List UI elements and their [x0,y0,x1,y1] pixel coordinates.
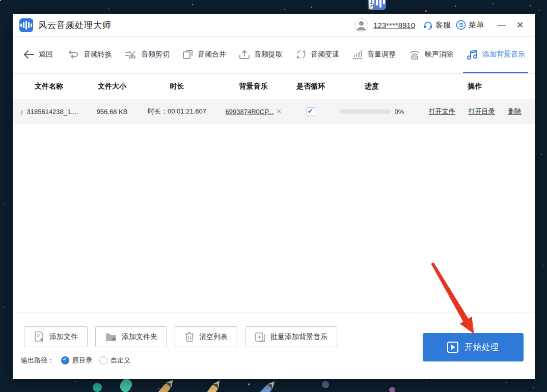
extract-icon [239,49,250,60]
radio-custom-directory[interactable]: 自定义 [99,356,130,365]
tab-label: 音频变速 [311,50,339,59]
wallpaper-pencil [191,384,218,392]
table-row: ♪ 3185614238_1.... 956.68 KB 时长：00:01:21… [13,99,535,124]
speed-icon [295,49,307,60]
file-duration: 时长：00:01:21.607 [140,107,214,116]
col-header-duration: 时长 [140,82,214,91]
radio-original-directory[interactable]: 原目录 [61,356,92,365]
desktop-shortcut-icon[interactable]: ↗ [368,0,386,10]
tab-label: 音频合并 [198,50,226,59]
add-file-icon [34,331,45,343]
wallpaper-pencil [242,384,272,392]
col-header-loop: 是否循环 [293,82,329,91]
loop-checkbox[interactable] [307,107,315,116]
close-button[interactable]: ✕ [513,20,527,31]
tab-label: 添加背景音乐 [482,50,525,59]
batch-add-bgm-button[interactable]: 批量添加背景音乐 [245,326,337,347]
col-header-filesize: 文件大小 [84,82,140,91]
tab-label: 噪声消除 [425,50,453,59]
add-file-button[interactable]: 添加文件 [24,326,88,347]
customer-service-button[interactable]: 客服 [423,20,451,30]
file-name: 3185614238_1.... [27,108,78,116]
app-title: 风云音频处理大师 [38,19,112,31]
progress-bar [340,109,391,114]
wallpaper-pencil [142,383,171,392]
music-icon [466,49,478,60]
menu-label: 菜单 [469,20,484,30]
convert-icon [67,49,79,60]
table-header: 文件名称 文件大小 时长 背景音乐 是否循环 进度 操作 [13,74,535,99]
clear-list-label: 清空列表 [199,332,228,342]
col-header-progress: 进度 [329,82,415,91]
add-square-icon [255,331,266,343]
account-number[interactable]: 123****8910 [373,21,415,30]
tab-audio-convert[interactable]: 音频转换 [64,37,115,73]
menu-button[interactable]: 菜单 [456,20,484,30]
start-processing-label: 开始处理 [464,342,499,353]
toolbar: 返回 音频转换 音频剪切 音频合并 [13,37,535,74]
audio-file-icon: ♪ [20,107,24,116]
tab-label: 音频转换 [84,50,112,59]
file-size: 956.68 KB [84,108,140,116]
bgm-file-link[interactable]: 6993874R0CP... [226,108,274,116]
play-icon [447,342,458,353]
starfield-decoration [0,0,1,1]
col-header-actions: 操作 [415,82,535,91]
back-button[interactable]: 返回 [20,37,56,73]
wallpaper-decoration [93,383,102,392]
menu-icon [456,20,466,30]
wallpaper-decoration [118,377,134,392]
shortcut-arrow-badge: ↗ [368,4,374,9]
radio-unchecked-icon [99,356,107,365]
tab-noise-removal[interactable]: 噪声消除 [405,37,456,73]
app-logo-icon [19,18,33,32]
back-label: 返回 [39,50,53,59]
col-header-filename: 文件名称 [13,82,84,91]
headset-icon [423,20,433,30]
tab-label: 音量调整 [367,50,396,59]
trash-icon [184,331,195,343]
add-file-label: 添加文件 [49,332,78,342]
bgm-remove-icon[interactable]: × [277,107,281,116]
output-path-label: 输出路径： [21,356,54,365]
radio-original-label: 原目录 [72,356,92,365]
tab-audio-merge[interactable]: 音频合并 [179,37,229,73]
open-directory-link[interactable]: 打开目录 [469,107,495,116]
open-file-link[interactable]: 打开文件 [429,107,455,116]
volume-icon [352,49,363,60]
col-header-bgm: 背景音乐 [214,82,293,91]
tab-label: 音频剪切 [141,50,170,59]
tab-audio-speed[interactable]: 音频变速 [292,37,342,73]
add-folder-icon [105,331,117,343]
progress-percent: 0% [395,108,404,116]
minimize-button[interactable]: — [495,20,508,30]
avatar-icon[interactable] [354,18,368,32]
batch-add-bgm-label: 批量添加背景音乐 [270,332,327,342]
file-list-empty-area [13,124,535,313]
tab-label: 音频提取 [254,50,283,59]
radio-custom-label: 自定义 [111,356,130,365]
delete-link[interactable]: 删除 [508,107,522,116]
radio-checked-icon [61,356,69,365]
wallpaper-decoration [389,387,395,392]
tab-audio-extract[interactable]: 音频提取 [236,37,286,73]
start-processing-button[interactable]: 开始处理 [423,333,524,361]
merge-icon [182,49,194,60]
back-arrow-icon [23,50,35,59]
tab-volume-adjust[interactable]: 音量调整 [349,37,399,73]
app-window: 风云音频处理大师 123****8910 客服 [13,14,535,379]
add-folder-label: 添加文件夹 [122,332,157,342]
tab-add-background-music[interactable]: 添加背景音乐 [463,37,528,73]
footer: 添加文件 添加文件夹 清空列表 [13,313,535,379]
noise-icon [408,49,421,60]
cut-icon [125,49,137,60]
customer-service-label: 客服 [435,20,451,30]
add-folder-button[interactable]: 添加文件夹 [95,326,167,347]
clear-list-button[interactable]: 清空列表 [175,326,237,347]
wallpaper-decoration [322,381,329,388]
tab-audio-cut[interactable]: 音频剪切 [122,37,173,73]
title-bar: 风云音频处理大师 123****8910 客服 [13,14,535,37]
